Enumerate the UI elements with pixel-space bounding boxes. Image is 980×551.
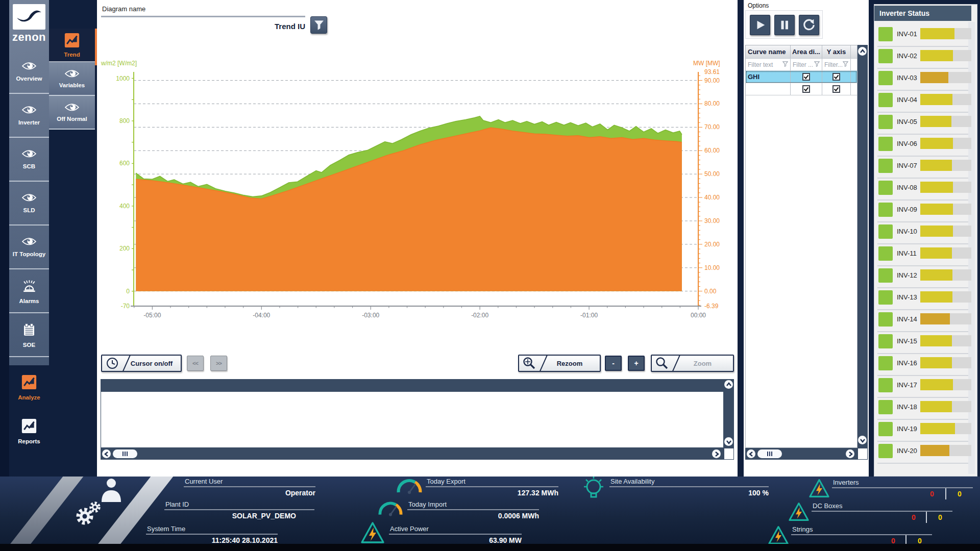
sidebar-item-it-topology[interactable]: IT Topology [9,226,49,269]
magnifier-icon [652,356,672,370]
zoom-in-button[interactable]: + [628,356,645,371]
inverter-row-inv-01[interactable]: INV-01 [874,25,971,47]
sidebar-item-label: Overview [16,76,42,82]
column-header[interactable]: Y axis [822,45,851,58]
inverter-row-inv-07[interactable]: INV-07 [874,157,971,179]
scroll-down-icon[interactable] [858,436,867,444]
scroll-left-icon[interactable] [747,449,755,458]
svg-text:60.00: 60.00 [704,147,720,154]
trend-view: Diagram name Trend IU 10008006004002000-… [97,0,738,477]
inverter-row-inv-05[interactable]: INV-05 [874,113,971,135]
status-square [878,93,893,107]
inverter-row-inv-18[interactable]: INV-18 [874,398,971,420]
status-square [878,444,893,458]
filter-cell[interactable]: Filter text [746,59,791,70]
pause-icon [778,18,791,32]
y-axis-checkbox[interactable] [832,73,840,81]
inverter-row-inv-16[interactable]: INV-16 [874,354,971,376]
event-list-vscrollbar[interactable] [724,379,734,448]
area-diagram-checkbox[interactable] [802,85,810,93]
scroll-up-icon[interactable] [858,47,867,56]
play-button[interactable] [750,15,770,35]
inverter-row-inv-17[interactable]: INV-17 [874,376,971,398]
scroll-thumb[interactable] [757,449,782,458]
eye-icon [64,69,80,81]
inverter-row-inv-12[interactable]: INV-12 [874,266,971,288]
scroll-left-icon[interactable] [102,449,111,458]
curve-row[interactable] [746,83,857,95]
bulb-icon [583,477,604,503]
inverter-row-inv-06[interactable]: INV-06 [874,135,971,157]
inverter-row-inv-10[interactable]: INV-10 [874,222,971,244]
cursor-onoff-button[interactable]: Cursor on/off [101,355,182,372]
scroll-right-icon[interactable] [846,449,854,458]
sidebar-item-scb[interactable]: SCB [9,138,49,182]
svg-text:-05:00: -05:00 [143,312,161,319]
column-header[interactable]: Curve name [746,45,791,58]
inverter-row-inv-04[interactable]: INV-04 [874,91,971,113]
subsidebar-item-off-normal[interactable]: Off Normal [49,96,95,130]
zoom-button[interactable]: Zoom [651,355,734,372]
column-header[interactable]: Area di... [791,45,822,58]
scroll-up-icon[interactable] [724,380,733,389]
sidebar-item-label: IT Topology [13,251,45,257]
filter-cell[interactable]: Filter ... [791,59,822,70]
load-bar [920,160,971,171]
load-bar [920,138,971,149]
y-axis-checkbox[interactable] [832,85,840,93]
diagram-name-input[interactable] [101,16,305,17]
inverter-name: INV-03 [897,74,917,82]
sidebar-item-soe[interactable]: SOE [9,313,49,357]
sidebar-item-reports[interactable]: Reports [9,409,49,453]
inverter-row-inv-14[interactable]: INV-14 [874,310,971,332]
plant-id-value: SOLAR_PV_DEMO [194,512,296,520]
inverter-row-inv-08[interactable]: INV-08 [874,179,971,201]
status-square [878,71,893,85]
scroll-thumb[interactable] [113,449,137,458]
inverter-row-inv-03[interactable]: INV-03 [874,69,971,91]
inverter-row-inv-11[interactable]: INV-11 [874,244,971,266]
step-forward-button[interactable]: >> [210,356,227,371]
power-triangle-icon [808,479,830,498]
sidebar-item-sld[interactable]: SLD [9,182,49,226]
subsidebar-item-variables[interactable]: Variables [49,62,95,96]
user-icon[interactable] [100,478,123,503]
curve-table-hscrollbar[interactable] [745,448,857,460]
sidebar-item-overview[interactable]: Overview [9,50,49,94]
inverter-name: INV-04 [897,96,917,104]
inverter-row-inv-20[interactable]: INV-20 [874,442,971,464]
site-availability-value: 100 % [667,489,769,497]
inverter-status-panel: Inverter Status INV-01INV-02INV-03INV-04… [874,4,977,477]
event-list-hscrollbar[interactable] [101,448,724,460]
step-back-button[interactable]: << [187,356,204,371]
inverter-row-inv-19[interactable]: INV-19 [874,420,971,442]
load-bar-fill [920,379,953,390]
system-time-value: 11:25:40 28.10.2021 [176,536,278,544]
area-diagram-checkbox[interactable] [802,73,810,81]
inverter-row-inv-02[interactable]: INV-02 [874,47,971,69]
inverter-row-inv-13[interactable]: INV-13 [874,288,971,310]
subsidebar-item-trend[interactable]: Trend [49,29,95,62]
trend-chart-plot[interactable]: 10008006004002000-70w/m2 [W/m2]93.6190.0… [97,31,738,362]
chart-title: Trend IU [250,22,305,31]
sidebar-item-analyze[interactable]: Analyze [9,365,49,409]
sidebar-item-label: SCB [23,163,35,169]
subsidebar-item-label: Trend [64,52,80,58]
sidebar-item-label: Analyze [18,394,40,400]
curve-table-vscrollbar[interactable] [857,45,868,448]
scroll-right-icon[interactable] [712,449,721,458]
zoom-out-button[interactable]: - [605,356,622,371]
curve-name[interactable] [746,83,791,95]
inverter-row-inv-09[interactable]: INV-09 [874,201,971,222]
filter-cell[interactable]: Filter... [822,59,851,70]
sidebar-item-alarms[interactable]: Alarms [9,269,49,313]
scroll-down-icon[interactable] [724,437,733,446]
curve-row[interactable]: GHI [746,71,857,83]
rezoom-button[interactable]: Rezoom [518,355,601,372]
settings-gears-icon[interactable] [75,500,103,528]
curve-name[interactable]: GHI [746,71,791,83]
refresh-button[interactable] [799,15,819,35]
sidebar-item-inverter[interactable]: Inverter [9,94,49,138]
inverter-row-inv-15[interactable]: INV-15 [874,332,971,354]
pause-button[interactable] [774,15,795,35]
